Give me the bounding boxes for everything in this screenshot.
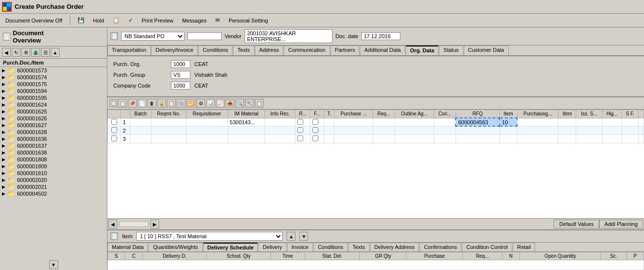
bottom-tab-material-data[interactable]: Material Data <box>107 243 148 251</box>
messages-btn[interactable]: Messages <box>180 16 209 25</box>
sidebar-item[interactable]: ▶📁6000001637 <box>0 142 107 149</box>
sidebar-item[interactable]: ▶📁6000002021 <box>0 183 107 190</box>
vendor-label: Vendor <box>225 33 242 39</box>
tab-partners[interactable]: Partners <box>331 45 360 55</box>
po-type-icon: 📄 <box>110 32 118 40</box>
bottom-col-0: S <box>108 252 125 260</box>
grid-btn-14[interactable]: 🔧 <box>245 99 254 108</box>
hold-btn[interactable]: Hold <box>91 16 107 25</box>
sidebar-scroll-down[interactable]: ▼ <box>49 260 58 269</box>
bottom-tab-confirmations[interactable]: Confirmations <box>419 243 461 251</box>
grid-btn-4[interactable]: 🗑 <box>147 99 156 108</box>
sidebar-item[interactable]: ▶📁6000001809 <box>0 163 107 170</box>
sidebar-item[interactable]: ▶📁6000001574 <box>0 74 107 81</box>
msg-icon-btn[interactable]: ✉ <box>213 16 222 25</box>
sidebar-item[interactable]: ▶📁6000001808 <box>0 156 107 163</box>
purch-group-name: Vishakh Shah <box>194 72 228 78</box>
tab-address[interactable]: Address <box>255 45 283 55</box>
sidebar-refresh-btn[interactable]: ↻ <box>12 48 21 57</box>
sidebar-item[interactable]: ▶📁6000001573 <box>0 67 107 74</box>
grid-btn-8[interactable]: 🔁 <box>187 99 195 108</box>
tab-customer-data[interactable]: Customer Data <box>464 45 509 55</box>
sidebar-tree-header: Purch.Doc./Item <box>0 59 107 67</box>
grid-btn-5[interactable]: 🔒 <box>157 99 166 108</box>
bottom-grid: SCDelivery D.Schod. QtyTimeStat. Del.GR … <box>107 252 644 270</box>
bottom-tab-quantities/weights[interactable]: Quantities/Weights <box>148 243 202 251</box>
cell-info_rec <box>265 126 295 135</box>
save-btn[interactable]: 💾 <box>75 16 87 25</box>
cell-checkbox-f[interactable] <box>312 135 318 141</box>
sidebar-item[interactable]: ▶📁6000002020 <box>0 177 107 183</box>
scroll-left-btn[interactable]: ◀ <box>108 220 117 228</box>
grid-btn-10[interactable]: 📊 <box>206 99 215 108</box>
grid-btn-1[interactable]: 📋 <box>118 99 127 108</box>
bottom-tab-delivery[interactable]: Delivery <box>258 243 287 251</box>
po-number-input[interactable] <box>187 32 222 40</box>
sidebar-item[interactable]: ▶📁6000001624 <box>0 101 107 108</box>
cell-checkbox-r[interactable] <box>297 135 303 141</box>
sidebar-item[interactable]: ▶📁6000001575 <box>0 81 107 88</box>
cell-checkbox-r[interactable] <box>297 127 303 133</box>
tab-transportation[interactable]: Transportation <box>107 45 151 55</box>
scroll-right-btn[interactable]: ▶ <box>150 220 159 228</box>
check-btn[interactable]: ✓ <box>126 16 135 25</box>
doc-overview-btn[interactable]: Document Overview Off <box>3 16 65 25</box>
grid-toolbar: 📋 📋 📌 📄 🗑 🔒 📋 📎 🔁 ⚙ 📊 📈 📥 🔍 🔧 📋 <box>107 97 644 110</box>
hold-icon-btn[interactable]: 📋 <box>110 16 122 25</box>
default-values-btn[interactable]: Default Values <box>554 220 599 228</box>
grid-btn-6[interactable]: 📋 <box>167 99 176 108</box>
sidebar-tree-btn[interactable]: 🌲 <box>31 48 40 57</box>
cell-checkbox-r[interactable] <box>297 119 303 125</box>
grid-btn-9[interactable]: ⚙ <box>196 99 205 108</box>
item-nav-up[interactable]: ▲ <box>287 232 295 241</box>
row-checkbox[interactable] <box>111 127 117 133</box>
cell-im_material <box>228 126 265 135</box>
grid-btn-15[interactable]: 📋 <box>255 99 264 108</box>
tab-delivery/invoice[interactable]: Delivery/Invoice <box>151 45 198 55</box>
tab-texts[interactable]: Texts <box>233 45 254 55</box>
bottom-tab-conditions[interactable]: Conditions <box>313 243 348 251</box>
grid-btn-12[interactable]: 📥 <box>226 99 234 108</box>
cell-checkbox-f[interactable] <box>312 127 318 133</box>
sidebar-item[interactable]: ▶📁6000001628 <box>0 129 107 135</box>
tab-communication[interactable]: Communication <box>284 45 330 55</box>
sidebar-item[interactable]: ▶📁6000001594 <box>0 88 107 94</box>
bottom-tab-condition-control[interactable]: Condition Control <box>462 243 512 251</box>
addl-planning-btn[interactable]: Addl Planning <box>599 220 643 228</box>
bottom-tab-retail[interactable]: Retail <box>513 243 535 251</box>
item-nav-down[interactable]: ▼ <box>299 232 308 241</box>
sidebar-item[interactable]: ▶📁6000001626 <box>0 115 107 122</box>
sidebar-item[interactable]: ▶📁6000001627 <box>0 122 107 129</box>
sidebar-settings-btn[interactable]: ⚙ <box>21 48 30 57</box>
bottom-tab-delivery-address[interactable]: Delivery Address <box>370 243 419 251</box>
grid-btn-11[interactable]: 📈 <box>216 99 225 108</box>
tab-conditions[interactable]: Conditions <box>198 45 232 55</box>
cell-checkbox-f[interactable] <box>312 119 318 125</box>
row-checkbox[interactable] <box>111 135 117 141</box>
tab-org.-data[interactable]: Org. Data <box>406 45 439 55</box>
tab-status[interactable]: Status <box>439 45 463 55</box>
bottom-tab-texts[interactable]: Texts <box>348 243 370 251</box>
item-select[interactable]: 1 [ 10 ] RSS7 , Test Material <box>136 232 283 241</box>
sidebar-item[interactable]: ▶📁6000004502 <box>0 190 107 197</box>
print-preview-btn[interactable]: Print Preview <box>139 16 176 25</box>
grid-btn-7[interactable]: 📎 <box>177 99 186 108</box>
sidebar-expand-btn[interactable]: ◀ <box>2 48 11 57</box>
grid-btn-13[interactable]: 🔍 <box>235 99 244 108</box>
folder-icon: 📁 <box>8 95 16 101</box>
po-type-select[interactable]: NB Standard PO <box>121 32 185 41</box>
sidebar-item[interactable]: ▶📁6000001636 <box>0 135 107 142</box>
sidebar-list-btn[interactable]: ☰ <box>41 48 50 57</box>
grid-btn-2[interactable]: 📌 <box>128 99 137 108</box>
personal-setting-btn[interactable]: Personal Setting <box>226 16 270 25</box>
sidebar-item[interactable]: ▶📁6000001595 <box>0 94 107 101</box>
tab-additional-data[interactable]: Additional Data <box>360 45 405 55</box>
sidebar-item[interactable]: ▶📁6000001810 <box>0 170 107 177</box>
bottom-tab-invoice[interactable]: Invoice <box>287 243 313 251</box>
grid-btn-3[interactable]: 📄 <box>138 99 146 108</box>
bottom-tab-delivery-schedule[interactable]: Delivery Schedule <box>203 243 258 251</box>
sidebar-scroll-up[interactable]: ▲ <box>51 48 60 57</box>
sidebar-item[interactable]: ▶📁6000001638 <box>0 149 107 156</box>
row-checkbox[interactable] <box>111 119 117 125</box>
sidebar-item[interactable]: ▶📁6000001625 <box>0 108 107 115</box>
